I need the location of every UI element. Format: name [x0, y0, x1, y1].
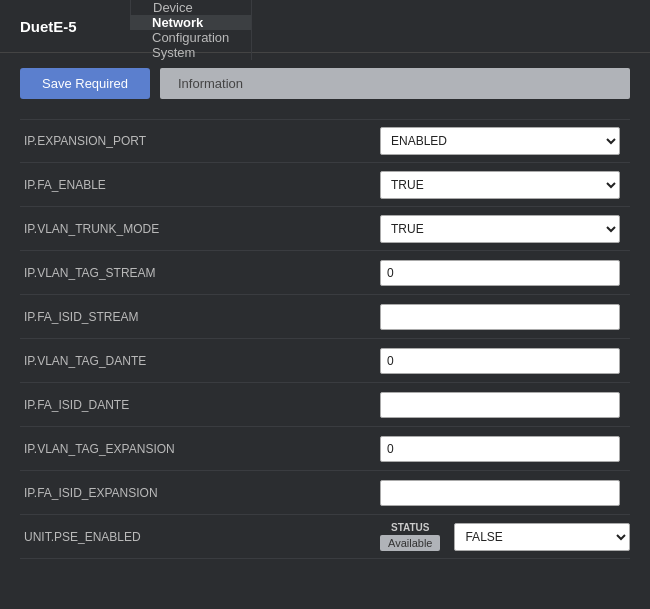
- nav-tab-system[interactable]: System: [130, 45, 252, 60]
- row-control: ENABLEDDISABLED: [380, 127, 630, 155]
- row-label: IP.VLAN_TAG_STREAM: [20, 266, 380, 280]
- row-input[interactable]: [380, 348, 620, 374]
- row-control: [380, 304, 630, 330]
- row-label: IP.FA_ENABLE: [20, 178, 380, 192]
- row-label: IP.VLAN_TAG_DANTE: [20, 354, 380, 368]
- row-label: IP.VLAN_TRUNK_MODE: [20, 222, 380, 236]
- row-control: [380, 480, 630, 506]
- status-badge: Available: [380, 535, 440, 551]
- settings-row: IP.EXPANSION_PORTENABLEDDISABLED: [20, 119, 630, 163]
- settings-row: IP.VLAN_TAG_STREAM: [20, 251, 630, 295]
- row-input[interactable]: [380, 436, 620, 462]
- info-box: Information: [160, 68, 630, 99]
- row-input[interactable]: [380, 260, 620, 286]
- row-select[interactable]: FALSETRUE: [454, 523, 630, 551]
- settings-rows: IP.EXPANSION_PORTENABLEDDISABLEDIP.FA_EN…: [20, 119, 630, 559]
- settings-row: IP.FA_ISID_STREAM: [20, 295, 630, 339]
- settings-row: IP.VLAN_TRUNK_MODETRUEFALSE: [20, 207, 630, 251]
- settings-row: IP.FA_ENABLETRUEFALSE: [20, 163, 630, 207]
- content-area: Save Required Information IP.EXPANSION_P…: [0, 53, 650, 574]
- row-select[interactable]: ENABLEDDISABLED: [380, 127, 620, 155]
- row-select[interactable]: TRUEFALSE: [380, 215, 620, 243]
- row-control: [380, 436, 630, 462]
- settings-row: IP.VLAN_TAG_EXPANSION: [20, 427, 630, 471]
- row-control: [380, 260, 630, 286]
- row-label: IP.FA_ISID_DANTE: [20, 398, 380, 412]
- row-input[interactable]: [380, 480, 620, 506]
- settings-row: IP.FA_ISID_EXPANSION: [20, 471, 630, 515]
- nav-tab-device[interactable]: Device: [130, 0, 252, 15]
- row-label: IP.FA_ISID_STREAM: [20, 310, 380, 324]
- row-label: UNIT.PSE_ENABLED: [20, 530, 380, 544]
- row-label: IP.FA_ISID_EXPANSION: [20, 486, 380, 500]
- settings-row: UNIT.PSE_ENABLEDSTATUSAvailableFALSETRUE: [20, 515, 630, 559]
- top-nav: DuetE-5 DeviceNetworkConfigurationSystem: [0, 0, 650, 53]
- settings-row: IP.VLAN_TAG_DANTE: [20, 339, 630, 383]
- settings-row: IP.FA_ISID_DANTE: [20, 383, 630, 427]
- status-badge-container: STATUSAvailable: [380, 522, 440, 551]
- row-input[interactable]: [380, 392, 620, 418]
- nav-tab-configuration[interactable]: Configuration: [130, 30, 252, 45]
- row-control: [380, 392, 630, 418]
- row-input[interactable]: [380, 304, 620, 330]
- row-control: [380, 348, 630, 374]
- row-label: IP.VLAN_TAG_EXPANSION: [20, 442, 380, 456]
- save-required-button[interactable]: Save Required: [20, 68, 150, 99]
- row-control: TRUEFALSE: [380, 171, 630, 199]
- row-label: IP.EXPANSION_PORT: [20, 134, 380, 148]
- nav-tabs: DeviceNetworkConfigurationSystem: [130, 0, 252, 52]
- nav-tab-network[interactable]: Network: [130, 15, 252, 30]
- row-control: STATUSAvailableFALSETRUE: [380, 522, 630, 551]
- row-control: TRUEFALSE: [380, 215, 630, 243]
- row-select[interactable]: TRUEFALSE: [380, 171, 620, 199]
- toolbar: Save Required Information: [20, 68, 630, 99]
- status-label: STATUS: [391, 522, 430, 533]
- brand-title: DuetE-5: [0, 0, 130, 52]
